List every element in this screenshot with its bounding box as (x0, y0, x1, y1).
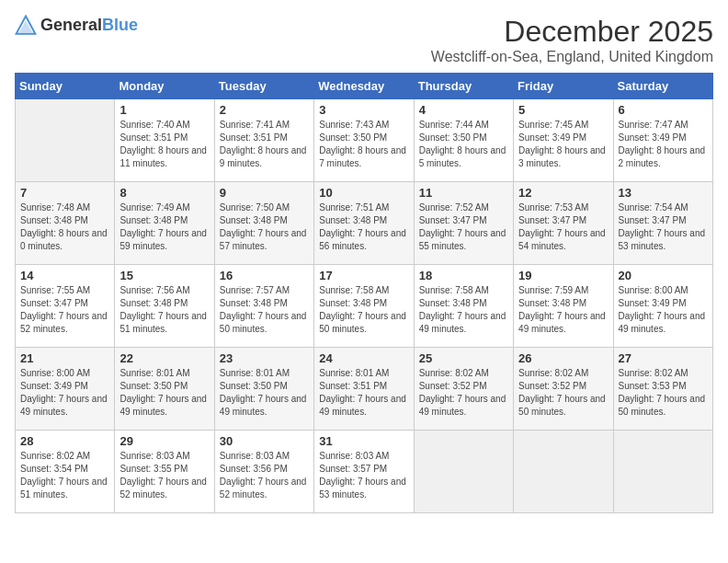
calendar-cell: 17Sunrise: 7:58 AMSunset: 3:48 PMDayligh… (314, 265, 414, 348)
daylight-label: Daylight: 7 hours and 52 minutes. (220, 477, 307, 500)
calendar-cell: 13Sunrise: 7:54 AMSunset: 3:47 PMDayligh… (613, 182, 712, 265)
day-info: Sunrise: 8:00 AMSunset: 3:49 PMDaylight:… (619, 284, 708, 336)
daylight-label: Daylight: 7 hours and 49 minutes. (419, 311, 506, 334)
calendar-cell: 27Sunrise: 8:02 AMSunset: 3:53 PMDayligh… (613, 348, 712, 431)
sunset-label: Sunset: 3:55 PM (119, 464, 188, 474)
sunrise-label: Sunrise: 7:50 AM (220, 202, 290, 213)
sunset-label: Sunset: 3:49 PM (619, 132, 687, 143)
sunrise-label: Sunrise: 7:40 AM (119, 120, 189, 130)
calendar-cell: 31Sunrise: 8:03 AMSunset: 3:57 PMDayligh… (314, 431, 414, 513)
sunrise-label: Sunrise: 8:01 AM (220, 368, 290, 378)
sunrise-label: Sunrise: 8:02 AM (518, 368, 588, 378)
calendar-cell: 14Sunrise: 7:55 AMSunset: 3:47 PMDayligh… (16, 265, 115, 348)
daylight-label: Daylight: 7 hours and 51 minutes. (20, 477, 108, 500)
calendar-cell (514, 431, 613, 513)
calendar-cell: 19Sunrise: 7:59 AMSunset: 3:48 PMDayligh… (514, 265, 613, 348)
calendar-subtitle: Westcliff-on-Sea, England, United Kingdo… (431, 49, 713, 65)
day-info: Sunrise: 8:02 AMSunset: 3:52 PMDaylight:… (518, 367, 608, 419)
calendar-cell: 12Sunrise: 7:53 AMSunset: 3:47 PMDayligh… (514, 182, 613, 265)
sunset-label: Sunset: 3:50 PM (119, 381, 188, 391)
calendar-cell: 22Sunrise: 8:01 AMSunset: 3:50 PMDayligh… (115, 348, 214, 431)
calendar-cell: 29Sunrise: 8:03 AMSunset: 3:55 PMDayligh… (115, 431, 214, 513)
daylight-label: Daylight: 7 hours and 57 minutes. (220, 228, 307, 251)
sunrise-label: Sunrise: 8:02 AM (419, 368, 489, 378)
sunrise-label: Sunrise: 7:58 AM (319, 285, 389, 295)
sunrise-label: Sunrise: 7:56 AM (119, 285, 189, 295)
calendar-cell: 24Sunrise: 8:01 AMSunset: 3:51 PMDayligh… (314, 348, 414, 431)
daylight-label: Daylight: 8 hours and 2 minutes. (619, 145, 706, 168)
day-header-tuesday: Tuesday (214, 74, 313, 99)
daylight-label: Daylight: 8 hours and 5 minutes. (419, 145, 506, 168)
sunset-label: Sunset: 3:48 PM (119, 215, 188, 225)
daylight-label: Daylight: 7 hours and 49 minutes. (20, 394, 108, 417)
sunset-label: Sunset: 3:48 PM (518, 298, 586, 308)
day-number: 12 (518, 186, 608, 200)
day-number: 27 (619, 351, 708, 365)
daylight-label: Daylight: 7 hours and 51 minutes. (119, 311, 207, 334)
sunrise-label: Sunrise: 7:57 AM (220, 285, 290, 295)
calendar-table: SundayMondayTuesdayWednesdayThursdayFrid… (15, 73, 713, 513)
sunset-label: Sunset: 3:54 PM (20, 464, 88, 474)
calendar-cell: 18Sunrise: 7:58 AMSunset: 3:48 PMDayligh… (414, 265, 513, 348)
daylight-label: Daylight: 7 hours and 49 minutes. (619, 311, 706, 334)
day-info: Sunrise: 7:55 AMSunset: 3:47 PMDaylight:… (20, 284, 109, 336)
sunrise-label: Sunrise: 8:01 AM (119, 368, 189, 378)
day-number: 24 (319, 351, 408, 365)
day-number: 6 (619, 103, 708, 117)
logo-general: GeneralBlue (40, 17, 138, 35)
sunrise-label: Sunrise: 7:59 AM (518, 285, 588, 295)
day-info: Sunrise: 8:01 AMSunset: 3:51 PMDaylight:… (319, 367, 408, 419)
day-number: 18 (419, 269, 508, 282)
day-number: 8 (119, 186, 209, 200)
daylight-label: Daylight: 8 hours and 7 minutes. (319, 145, 406, 168)
sunset-label: Sunset: 3:48 PM (319, 215, 387, 225)
day-info: Sunrise: 7:49 AMSunset: 3:48 PMDaylight:… (119, 201, 209, 253)
sunset-label: Sunset: 3:48 PM (20, 215, 88, 225)
sunrise-label: Sunrise: 8:02 AM (619, 368, 688, 378)
sunrise-label: Sunrise: 7:49 AM (119, 202, 189, 213)
sunrise-label: Sunrise: 8:03 AM (220, 451, 290, 461)
daylight-label: Daylight: 7 hours and 53 minutes. (619, 228, 706, 251)
daylight-label: Daylight: 7 hours and 49 minutes. (119, 394, 207, 417)
day-number: 13 (619, 186, 708, 200)
calendar-cell: 7Sunrise: 7:48 AMSunset: 3:48 PMDaylight… (16, 182, 115, 265)
day-info: Sunrise: 7:58 AMSunset: 3:48 PMDaylight:… (419, 284, 508, 336)
day-info: Sunrise: 7:48 AMSunset: 3:48 PMDaylight:… (20, 201, 109, 253)
day-info: Sunrise: 8:03 AMSunset: 3:56 PMDaylight:… (220, 450, 309, 501)
calendar-cell: 8Sunrise: 7:49 AMSunset: 3:48 PMDaylight… (115, 182, 214, 265)
day-info: Sunrise: 8:02 AMSunset: 3:52 PMDaylight:… (419, 367, 508, 419)
sunrise-label: Sunrise: 7:54 AM (619, 202, 688, 213)
sunset-label: Sunset: 3:47 PM (518, 215, 586, 225)
day-number: 10 (319, 186, 408, 200)
sunset-label: Sunset: 3:51 PM (319, 381, 387, 391)
daylight-label: Daylight: 7 hours and 49 minutes. (419, 394, 506, 417)
day-header-thursday: Thursday (414, 74, 513, 99)
sunset-label: Sunset: 3:56 PM (220, 464, 288, 474)
daylight-label: Daylight: 7 hours and 50 minutes. (220, 311, 307, 334)
sunset-label: Sunset: 3:50 PM (319, 132, 387, 143)
day-number: 31 (319, 434, 408, 448)
day-header-friday: Friday (514, 74, 613, 99)
sunset-label: Sunset: 3:49 PM (20, 381, 88, 391)
daylight-label: Daylight: 7 hours and 59 minutes. (119, 228, 207, 251)
day-number: 19 (518, 269, 608, 282)
day-number: 11 (419, 186, 508, 200)
day-info: Sunrise: 7:40 AMSunset: 3:51 PMDaylight:… (119, 119, 209, 170)
sunset-label: Sunset: 3:48 PM (119, 298, 188, 308)
daylight-label: Daylight: 8 hours and 11 minutes. (119, 145, 207, 168)
sunset-label: Sunset: 3:51 PM (119, 132, 188, 143)
day-number: 26 (518, 351, 608, 365)
day-info: Sunrise: 7:54 AMSunset: 3:47 PMDaylight:… (619, 201, 708, 253)
sunset-label: Sunset: 3:50 PM (419, 132, 487, 143)
sunrise-label: Sunrise: 8:02 AM (20, 451, 90, 461)
day-number: 20 (619, 269, 708, 282)
day-info: Sunrise: 7:47 AMSunset: 3:49 PMDaylight:… (619, 119, 708, 170)
calendar-cell (613, 431, 712, 513)
day-info: Sunrise: 7:41 AMSunset: 3:51 PMDaylight:… (220, 119, 309, 170)
daylight-label: Daylight: 7 hours and 55 minutes. (419, 228, 506, 251)
daylight-label: Daylight: 7 hours and 52 minutes. (119, 477, 207, 500)
daylight-label: Daylight: 7 hours and 50 minutes. (319, 311, 406, 334)
sunset-label: Sunset: 3:52 PM (518, 381, 586, 391)
calendar-cell: 4Sunrise: 7:44 AMSunset: 3:50 PMDaylight… (414, 99, 513, 182)
sunrise-label: Sunrise: 7:44 AM (419, 120, 489, 130)
